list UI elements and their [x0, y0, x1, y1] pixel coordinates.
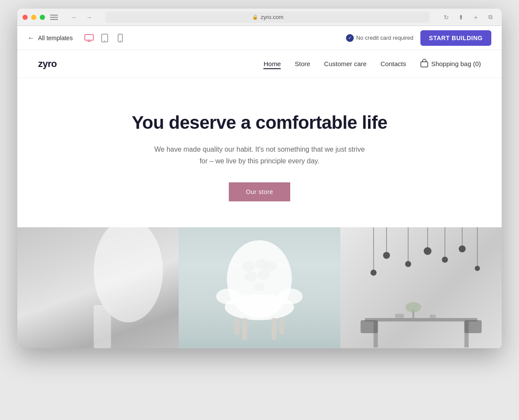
svg-rect-42 — [464, 320, 481, 333]
tablet-view-button[interactable] — [99, 32, 111, 44]
share-button[interactable]: ⬆ — [455, 11, 467, 23]
nav-home[interactable]: Home — [263, 60, 281, 68]
svg-point-14 — [244, 272, 257, 282]
no-cc-badge: ✓ No credit card required — [346, 34, 413, 42]
browser-titlebar: ← → 🔒 zyro.com ↻ ⬆ + ⧉ — [17, 9, 502, 26]
traffic-light-minimize[interactable] — [31, 15, 36, 20]
svg-point-44 — [405, 302, 421, 312]
nav-contacts[interactable]: Contacts — [381, 60, 406, 68]
bag-icon — [420, 58, 429, 69]
site-content: zyro Home Store Customer care Contacts — [17, 50, 502, 348]
hero-title: You deserve a comfortable life — [38, 112, 481, 133]
svg-point-4 — [104, 40, 105, 41]
url-text: zyro.com — [261, 14, 284, 20]
new-tab-button[interactable]: + — [470, 11, 482, 23]
browser-actions: ↻ ⬆ + ⧉ — [440, 11, 497, 23]
toolbar: ← All templates — [17, 26, 502, 50]
browser-window: ← → 🔒 zyro.com ↻ ⬆ + ⧉ ← All templates — [17, 9, 502, 348]
browser-nav-icons: ← → — [68, 11, 95, 23]
forward-nav-button[interactable]: → — [83, 11, 95, 23]
no-cc-label: No credit card required — [356, 35, 413, 41]
svg-rect-46 — [429, 315, 436, 318]
svg-rect-21 — [272, 318, 277, 340]
lock-icon: 🔒 — [252, 14, 258, 20]
wall-items-svg — [340, 227, 502, 348]
view-icons-group — [83, 32, 126, 44]
svg-point-27 — [405, 261, 411, 267]
tabs-button[interactable]: ⧉ — [484, 11, 497, 23]
image-card-right — [340, 227, 502, 348]
wall-decoration — [340, 227, 502, 348]
hero-section: You deserve a comfortable life We have m… — [17, 78, 502, 227]
back-nav-button[interactable]: ← — [68, 11, 80, 23]
our-store-button[interactable]: Our store — [229, 182, 291, 201]
svg-point-6 — [120, 40, 121, 41]
back-arrow-icon: ← — [28, 34, 35, 42]
svg-point-31 — [442, 257, 448, 263]
site-nav-links: Home Store Customer care Contacts Shoppi… — [263, 58, 481, 69]
svg-point-25 — [383, 252, 390, 259]
all-templates-link[interactable]: ← All templates — [28, 34, 73, 42]
mobile-view-button[interactable] — [114, 32, 126, 44]
svg-point-37 — [370, 270, 376, 276]
shopping-bag-button[interactable]: Shopping bag (0) — [420, 58, 481, 69]
svg-rect-23 — [279, 317, 285, 334]
svg-rect-20 — [242, 318, 247, 340]
check-circle-icon: ✓ — [346, 34, 354, 42]
images-section — [17, 227, 502, 348]
all-templates-label: All templates — [38, 35, 73, 41]
svg-point-29 — [423, 247, 431, 255]
traffic-light-close[interactable] — [22, 15, 28, 20]
image-card-left — [17, 227, 179, 348]
svg-point-35 — [474, 266, 480, 271]
svg-rect-9 — [94, 305, 111, 348]
desktop-view-button[interactable] — [83, 32, 95, 44]
start-building-button[interactable]: START BUILDING — [420, 30, 491, 46]
traffic-light-maximize[interactable] — [40, 15, 45, 20]
svg-point-16 — [254, 283, 265, 291]
address-bar[interactable]: 🔒 zyro.com — [106, 12, 430, 23]
chair-center-decoration — [179, 227, 340, 348]
shopping-bag-label: Shopping bag (0) — [431, 60, 481, 67]
reload-button[interactable]: ↻ — [440, 11, 452, 23]
svg-point-13 — [264, 261, 277, 271]
svg-point-19 — [225, 294, 294, 320]
chair-left-decoration — [17, 227, 179, 348]
svg-rect-0 — [85, 35, 93, 40]
svg-rect-7 — [421, 62, 428, 67]
toolbar-right: ✓ No credit card required START BUILDING — [346, 30, 491, 46]
svg-rect-41 — [360, 320, 378, 333]
svg-point-11 — [242, 261, 255, 271]
site-logo: zyro — [38, 58, 57, 70]
site-nav: zyro Home Store Customer care Contacts — [17, 50, 502, 78]
nav-shopping-bag[interactable]: Shopping bag (0) — [420, 58, 481, 69]
image-card-center — [179, 227, 340, 348]
nav-customer-care[interactable]: Customer care — [324, 60, 366, 68]
hero-subtitle: We have made quality our habit. It's not… — [151, 143, 368, 167]
svg-rect-38 — [365, 318, 477, 321]
svg-rect-22 — [234, 317, 240, 334]
svg-point-15 — [257, 270, 270, 280]
sidebar-toggle-icon[interactable] — [48, 11, 61, 23]
svg-rect-45 — [395, 314, 404, 318]
nav-store[interactable]: Store — [295, 60, 310, 68]
svg-point-33 — [458, 245, 465, 252]
